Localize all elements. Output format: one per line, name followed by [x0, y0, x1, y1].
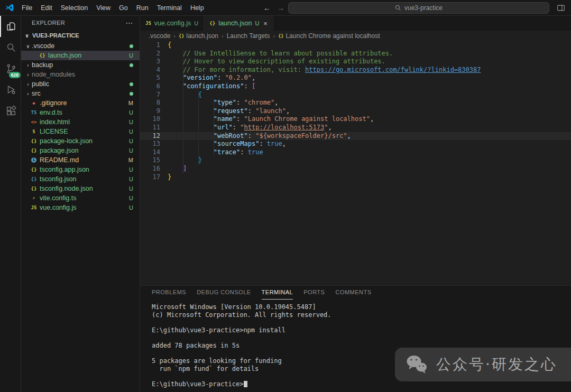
code-token: :	[233, 124, 240, 131]
tree-file-index.html[interactable]: <>index.htmlU	[21, 117, 140, 127]
tree-file-README.md[interactable]: iREADME.mdM	[21, 155, 140, 165]
git-status-badge: U	[129, 204, 133, 211]
command-center[interactable]: vue3-practice	[288, 2, 549, 14]
tree-file-package-lock.json[interactable]: {}package-lock.jsonU	[21, 136, 140, 146]
code-line-2[interactable]: 2 // Use IntelliSense to learn about pos…	[140, 50, 571, 58]
code-token	[168, 165, 183, 172]
activity-bar: 628	[0, 16, 21, 392]
panel-tab-ports[interactable]: PORTS	[303, 286, 325, 300]
tree-folder-public[interactable]: ›public	[21, 79, 140, 89]
menu-help[interactable]: Help	[186, 0, 208, 16]
code-token	[168, 107, 214, 115]
tree-file-tsconfig.app.json[interactable]: {}tsconfig.app.jsonU	[21, 165, 140, 174]
terminal-cursor	[244, 381, 247, 387]
info-file-icon: i	[31, 157, 36, 163]
code-token: ,	[286, 107, 290, 115]
code-token: true	[248, 148, 263, 156]
workspace-name: VUE3-PRACTICE	[32, 32, 79, 39]
ts-file-icon: TS	[30, 110, 38, 115]
tree-file-package.json[interactable]: {}package.jsonU	[21, 146, 140, 155]
tree-folder-node_modules[interactable]: ›node_modules	[21, 70, 140, 79]
line-number: 10	[140, 115, 160, 124]
breadcrumb-item[interactable]: {}Launch Chrome against localhost	[278, 32, 380, 40]
search-icon	[5, 42, 17, 53]
code-line-10[interactable]: 10 "name": "Launch Chrome against localh…	[140, 115, 571, 124]
activity-run-debug-button[interactable]	[0, 79, 21, 100]
panel-tab-debug-console[interactable]: DEBUG CONSOLE	[197, 286, 251, 300]
tree-folder-src[interactable]: ›src	[21, 89, 140, 98]
tree-file-tsconfig.node.json[interactable]: {}tsconfig.node.jsonU	[21, 184, 140, 193]
code-line-9[interactable]: 9 "request": "launch",	[140, 107, 571, 116]
tab-vue.config.js[interactable]: JSvue.config.jsU	[140, 16, 204, 31]
panel-tabs: PROBLEMSDEBUG CONSOLETERMINALPORTSCOMMEN…	[140, 286, 571, 300]
panel-tab-problems[interactable]: PROBLEMS	[152, 286, 186, 300]
code-line-17[interactable]: 17}	[140, 173, 571, 182]
code-line-13[interactable]: 13 "sourceMaps": true,	[140, 140, 571, 148]
menu-edit[interactable]: Edit	[36, 0, 57, 16]
activity-extensions-button[interactable]	[0, 100, 21, 122]
tsconfig-file-icon: {}	[30, 176, 38, 182]
code-line-1[interactable]: 1{	[140, 41, 571, 50]
close-icon[interactable]: ×	[263, 20, 268, 27]
code-token: :	[240, 148, 247, 156]
code-line-3[interactable]: 3 // Hover to view descriptions of exist…	[140, 58, 571, 66]
tree-file-env.d.ts[interactable]: TSenv.d.tsU	[21, 108, 140, 117]
code-token: "name"	[214, 115, 236, 123]
code-line-8[interactable]: 8 "type": "chrome",	[140, 99, 571, 107]
menu-terminal[interactable]: Terminal	[153, 0, 186, 16]
more-actions-icon[interactable]: ⋯	[126, 18, 133, 27]
code-line-4[interactable]: 4 // For more information, visit: https:…	[140, 66, 571, 74]
nav-forward-icon[interactable]: →	[277, 4, 284, 12]
tree-file-tsconfig.json[interactable]: {}tsconfig.jsonU	[21, 174, 140, 184]
file-label: public	[32, 80, 49, 88]
workspace-section-header[interactable]: ∨ VUE3-PRACTICE	[21, 30, 140, 41]
line-number: 9	[140, 107, 160, 116]
code-line-7[interactable]: 7 {	[140, 91, 571, 99]
activity-explorer-button[interactable]	[0, 16, 21, 37]
code-line-5[interactable]: 5 "version": "0.2.0",	[140, 74, 571, 82]
layout-toggle-icon[interactable]	[556, 3, 566, 13]
tree-file-LICENSE[interactable]: §LICENSEU	[21, 127, 140, 136]
tree-file-launch.json[interactable]: {}launch.jsonU	[21, 51, 140, 60]
code-line-11[interactable]: 11 "url": "http://localhost:5173",	[140, 124, 571, 132]
menu-file[interactable]: File	[17, 0, 36, 16]
code-token	[168, 91, 198, 98]
code-line-12[interactable]: 12 "webRoot": "${workspaceFolder}/src",	[140, 132, 571, 141]
code-editor[interactable]: 1{2 // Use IntelliSense to learn about p…	[140, 41, 571, 285]
code-token	[168, 148, 214, 156]
breadcrumb-label: Launch Chrome against localhost	[286, 32, 380, 40]
tree-file-vue.config.js[interactable]: JSvue.config.jsU	[21, 203, 140, 212]
chevron-down-icon: ∨	[24, 43, 32, 49]
tree-file-vite.config.ts[interactable]: ⚡vite.config.tsU	[21, 193, 140, 203]
code-token: :	[248, 132, 255, 139]
menu-run[interactable]: Run	[132, 0, 153, 16]
code-token: ]	[183, 165, 187, 172]
code-line-15[interactable]: 15 }	[140, 156, 571, 165]
code-line-6[interactable]: 6 "configurations": [	[140, 82, 571, 91]
row-decorations	[130, 82, 140, 86]
tree-folder-backup[interactable]: ›backup	[21, 60, 140, 70]
tree-file-.gitignore[interactable]: ◆.gitignoreM	[21, 98, 140, 108]
code-text: "sourceMaps": true,	[168, 140, 286, 148]
tab-launch.json[interactable]: {}launch.jsonU×	[204, 16, 273, 31]
line-number: 14	[140, 148, 160, 157]
git-status-badge: U	[129, 147, 133, 154]
activity-source-control-button[interactable]: 628	[0, 58, 21, 79]
panel-tab-terminal[interactable]: TERMINAL	[262, 286, 293, 300]
code-line-16[interactable]: 16 ]	[140, 165, 571, 173]
file-label: tsconfig.json	[40, 175, 76, 183]
modified-contents-dot	[130, 92, 133, 96]
panel-tab-comments[interactable]: COMMENTS	[335, 286, 371, 300]
breadcrumb-item[interactable]: {}launch.json	[179, 32, 218, 40]
menu-view[interactable]: View	[92, 0, 115, 16]
activity-search-button[interactable]	[0, 37, 21, 58]
menu-go[interactable]: Go	[115, 0, 132, 16]
menu-selection[interactable]: Selection	[57, 0, 92, 16]
breadcrumb-item[interactable]: Launch Targets	[227, 32, 270, 40]
json-file-icon: {}	[38, 53, 47, 58]
nav-back-icon[interactable]: ←	[263, 4, 271, 12]
breadcrumb-item[interactable]: .vscode	[149, 32, 170, 40]
code-line-14[interactable]: 14 "trace": true	[140, 148, 571, 157]
tree-folder-.vscode[interactable]: ∨.vscode	[21, 41, 140, 51]
row-decorations: U	[129, 204, 140, 211]
